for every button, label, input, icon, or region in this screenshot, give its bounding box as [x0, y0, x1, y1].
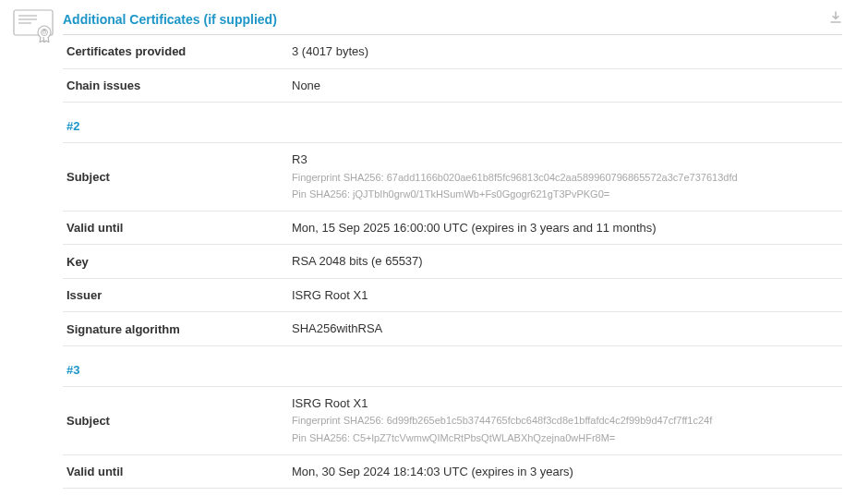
svg-point-4 — [38, 26, 51, 39]
cert-2-issuer-label: Issuer — [63, 286, 292, 305]
additional-certs-panel: Additional Certificates (if supplied) Ce… — [0, 0, 868, 496]
section-title: Additional Certificates (if supplied) — [63, 12, 277, 27]
cert-2-subject-value: R3 — [292, 151, 842, 169]
cert-3-pin: Pin SHA256: C5+lpZ7tcVwmwQIMcRtPbsQtWLAB… — [292, 429, 842, 447]
cert-2-valid-label: Valid until — [63, 219, 292, 237]
cert-2-issuer-row: Issuer ISRG Root X1 — [63, 279, 842, 313]
cert-2-fingerprint: Fingerprint SHA256: 67add1166b020ae61b8f… — [292, 169, 842, 187]
cert-2-sigalg-value: SHA256withRSA — [292, 321, 382, 335]
cert-2-sigalg-row: Signature algorithm SHA256withRSA — [63, 312, 842, 346]
download-icon[interactable] — [829, 11, 842, 27]
cert-2-key-value: RSA 2048 bits (e 65537) — [292, 254, 423, 268]
cert-2-sigalg-label: Signature algorithm — [63, 320, 292, 338]
cert-2-pin: Pin SHA256: jQJTbIh0grw0/1TkHSumWb+Fs0Gg… — [292, 186, 842, 203]
cert-2-key-label: Key — [63, 252, 292, 271]
certs-provided-row: Certificates provided 3 (4017 bytes) — [63, 35, 842, 69]
cert-3-heading: #3 — [63, 346, 842, 387]
certs-provided-label: Certificates provided — [63, 42, 292, 61]
cert-3-valid-value: Mon, 30 Sep 2024 18:14:03 UTC (expires i… — [292, 465, 573, 478]
cert-3-subject-row: Subject ISRG Root X1 Fingerprint SHA256:… — [63, 387, 842, 455]
chain-issues-value: None — [292, 79, 320, 92]
content-column: Additional Certificates (if supplied) Ce… — [63, 0, 868, 496]
cert-2-subject-label: Subject — [63, 151, 292, 203]
certs-provided-value: 3 (4017 bytes) — [292, 44, 368, 58]
certificate-icon — [13, 9, 54, 496]
section-header: Additional Certificates (if supplied) — [63, 6, 842, 35]
cert-3-fingerprint: Fingerprint SHA256: 6d99fb265eb1c5b37447… — [292, 412, 842, 429]
cert-3-valid-label: Valid until — [63, 463, 292, 481]
cert-2-subject-row: Subject R3 Fingerprint SHA256: 67add1166… — [63, 143, 842, 212]
cert-2-key-row: Key RSA 2048 bits (e 65537) — [63, 245, 842, 279]
icon-column — [0, 0, 63, 496]
cert-3-key-row: Key RSA 4096 bits (e 65537) — [63, 489, 842, 496]
cert-2-valid-value: Mon, 15 Sep 2025 16:00:00 UTC (expires i… — [292, 221, 657, 235]
chain-issues-row: Chain issues None — [63, 69, 842, 103]
chain-issues-label: Chain issues — [63, 77, 292, 95]
cert-2-issuer-value: ISRG Root X1 — [292, 288, 368, 302]
cert-3-subject-label: Subject — [63, 394, 292, 447]
cert-2-heading: #2 — [63, 103, 842, 143]
cert-2-valid-row: Valid until Mon, 15 Sep 2025 16:00:00 UT… — [63, 212, 842, 246]
cert-3-subject-value: ISRG Root X1 — [292, 394, 842, 413]
cert-3-valid-row: Valid until Mon, 30 Sep 2024 18:14:03 UT… — [63, 455, 842, 490]
